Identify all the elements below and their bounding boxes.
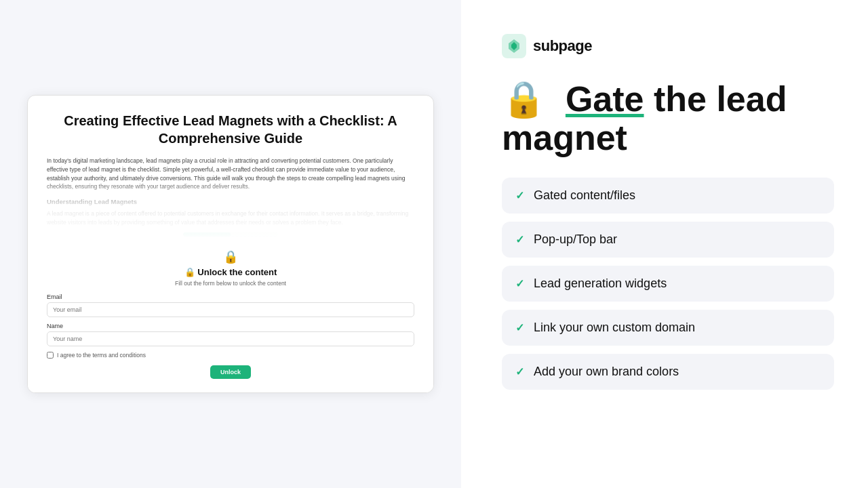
preview-article-title: Creating Effective Lead Magnets with a C…	[47, 112, 414, 147]
left-panel: Creating Effective Lead Magnets with a C…	[0, 0, 461, 488]
check-icon-5: ✓	[515, 365, 524, 378]
feature-label-1: Gated content/files	[534, 188, 635, 203]
email-label: Email	[47, 293, 414, 300]
gate-section: 🔒 🔒 Unlock the content Fill out the form…	[28, 241, 433, 392]
logo-area: subpage	[502, 34, 834, 58]
terms-label: I agree to the terms and conditions	[57, 352, 146, 359]
logo-text: subpage	[533, 37, 592, 55]
gate-subtitle: Fill out the form below to unlock the co…	[47, 280, 414, 287]
name-group: Name	[47, 323, 414, 346]
right-panel: subpage 🔒 Gate the leadmagnet ✓ Gated co…	[461, 0, 868, 488]
feature-item-1: ✓ Gated content/files	[502, 178, 834, 214]
email-group: Email	[47, 293, 414, 317]
unlock-button[interactable]: Unlock	[210, 365, 251, 379]
feature-item-2: ✓ Pop-up/Top bar	[502, 222, 834, 258]
gate-icon-area: 🔒	[47, 249, 414, 264]
preview-content: Creating Effective Lead Magnets with a C…	[28, 96, 433, 241]
feature-label-4: Link your own custom domain	[534, 321, 695, 335]
feature-item-3: ✓ Lead generation widgets	[502, 266, 834, 302]
terms-checkbox[interactable]	[47, 352, 54, 359]
gate-title: 🔒 Unlock the content	[47, 267, 414, 277]
main-heading: 🔒 Gate the leadmagnet	[502, 80, 834, 157]
email-input[interactable]	[47, 302, 414, 317]
gate-lock-icon: 🔒	[223, 250, 238, 264]
feature-item-5: ✓ Add your own brand colors	[502, 354, 834, 390]
check-icon-1: ✓	[515, 189, 524, 202]
feature-list: ✓ Gated content/files ✓ Pop-up/Top bar ✓…	[502, 178, 834, 390]
feature-label-2: Pop-up/Top bar	[534, 232, 617, 247]
heading-gate-word: Gate	[566, 79, 644, 119]
feature-label-5: Add your own brand colors	[534, 365, 679, 379]
subpage-logo-icon	[502, 34, 526, 58]
check-icon-3: ✓	[515, 277, 524, 290]
name-label: Name	[47, 323, 414, 329]
blur-overlay	[28, 180, 433, 241]
name-input[interactable]	[47, 331, 414, 346]
checkbox-row: I agree to the terms and conditions	[47, 352, 414, 359]
feature-label-3: Lead generation widgets	[534, 277, 667, 291]
page-preview: Creating Effective Lead Magnets with a C…	[27, 95, 434, 393]
feature-item-4: ✓ Link your own custom domain	[502, 310, 834, 346]
check-icon-4: ✓	[515, 321, 524, 334]
check-icon-2: ✓	[515, 233, 524, 246]
heading-lock-emoji: 🔒	[502, 79, 566, 119]
